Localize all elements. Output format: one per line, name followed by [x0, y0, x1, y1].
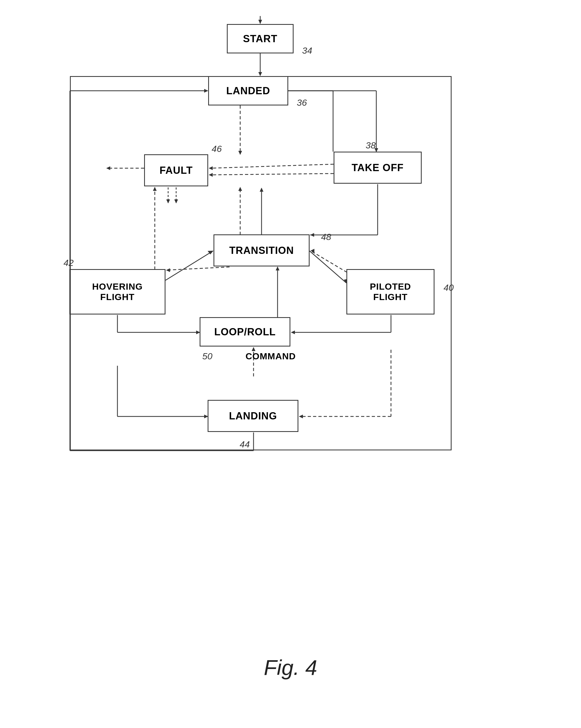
svg-marker-3 — [258, 72, 262, 76]
figure-label: Fig. 4 — [264, 655, 317, 680]
diagram-container: START 34 LANDED 36 FAULT 46 TAKE OFF 38 … — [53, 16, 534, 657]
svg-marker-1 — [258, 20, 262, 24]
start-box: START — [227, 24, 294, 53]
outer-boundary-rect — [70, 76, 452, 450]
ref-34: 34 — [302, 45, 312, 56]
